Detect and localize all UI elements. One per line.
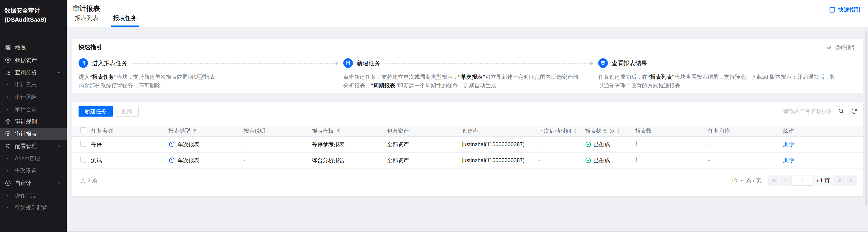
creator: justinzhai(110000000387) bbox=[462, 157, 525, 163]
search-input[interactable] bbox=[780, 108, 835, 114]
sidebar-item-audit-reports[interactable]: 审计报表 bbox=[0, 128, 67, 140]
horizontal-scrollbar[interactable] bbox=[67, 231, 868, 232]
sort-icon[interactable] bbox=[573, 128, 577, 134]
check-circle-icon bbox=[5, 180, 11, 186]
report-template: 等保参考报表 bbox=[312, 141, 345, 147]
sidebar-item-label: 概览 bbox=[15, 44, 26, 52]
single-report-hexagon-icon bbox=[168, 141, 175, 148]
sidebar-item-config-management[interactable]: 配置管理 bbox=[0, 140, 67, 152]
row-checkbox[interactable] bbox=[80, 157, 86, 163]
page-number-input[interactable]: 1 bbox=[792, 176, 812, 185]
create-task-button[interactable]: 新建任务 bbox=[79, 106, 113, 117]
quick-guide-link[interactable]: 快速指引 bbox=[829, 6, 861, 13]
success-check-icon bbox=[585, 157, 591, 164]
sidebar-item-alert-settings[interactable]: 告警设置 bbox=[0, 165, 67, 177]
guide-step-2: 新建任务 点击新建任务，支持建立单次或周期类型报表，“单次报表”可立即新建一定时… bbox=[343, 58, 598, 90]
report-desc: - bbox=[244, 157, 245, 163]
report-type: 单次报表 bbox=[178, 141, 199, 148]
bullet-dot-icon bbox=[7, 96, 8, 98]
pager: 1 / 1 页 bbox=[768, 176, 857, 185]
app-title-line2: (DSAuditSaaS) bbox=[5, 15, 62, 24]
step3-chart-icon bbox=[598, 58, 608, 68]
filter-icon[interactable] bbox=[192, 128, 197, 134]
delete-row-link[interactable]: 删除 bbox=[783, 157, 794, 163]
prev-page-button[interactable] bbox=[780, 176, 791, 185]
tab-report-tasks[interactable]: 报表任务 bbox=[111, 14, 138, 27]
search-icon[interactable] bbox=[835, 108, 847, 115]
hide-guide-button[interactable]: 隐藏指引 bbox=[826, 44, 857, 51]
sidebar-menu: 概览 数据资产 查询分析 审计日志 审计风险 审计会话 bbox=[0, 29, 67, 214]
refresh-icon[interactable] bbox=[850, 108, 858, 115]
sidebar-item-audit-risks[interactable]: 审计风险 bbox=[0, 91, 67, 103]
chevron-up-icon[interactable] bbox=[57, 70, 62, 75]
report-count-link[interactable]: 1 bbox=[635, 157, 638, 163]
included-assets: 全部资产 bbox=[387, 141, 409, 147]
sidebar-item-audit-sessions[interactable]: 审计会话 bbox=[0, 103, 67, 115]
task-toggle: - bbox=[708, 157, 710, 163]
main-area: 审计报表 报表列表 报表任务 快速指引 快速指引 隐藏指引 bbox=[67, 0, 868, 232]
step2-title: 新建任务 bbox=[357, 59, 380, 67]
chevron-up-icon[interactable] bbox=[57, 180, 62, 185]
bullet-dot-icon bbox=[7, 158, 8, 159]
app-title-line1: 数据安全审计 bbox=[5, 6, 62, 15]
sidebar-item-agent-management[interactable]: Agent管理 bbox=[0, 152, 67, 165]
select-all-checkbox[interactable] bbox=[80, 127, 86, 133]
report-type: 单次报表 bbox=[178, 157, 199, 164]
next-page-button[interactable] bbox=[834, 176, 845, 185]
dashed-arrow-icon bbox=[132, 63, 337, 64]
col-actions: 操作 bbox=[783, 128, 794, 134]
report-board-icon bbox=[5, 130, 11, 137]
status-badge: 已生成 bbox=[593, 141, 610, 148]
report-desc: - bbox=[244, 141, 245, 147]
search-box bbox=[780, 106, 847, 116]
step3-title: 查看报表结果 bbox=[612, 59, 647, 67]
single-report-hexagon-icon bbox=[168, 157, 175, 164]
sidebar-item-overview[interactable]: 概览 bbox=[0, 42, 67, 54]
sidebar-item-self-audit[interactable]: 自审计 bbox=[0, 177, 67, 189]
next-start-time: - bbox=[538, 157, 540, 163]
table-row: 等保 单次报表 - 等保参考报表 全部资产 justinzhai(1100000… bbox=[72, 136, 863, 152]
sidebar-item-label: 审计日志 bbox=[15, 81, 37, 88]
delete-row-link[interactable]: 删除 bbox=[783, 141, 794, 147]
table-footer: 共 2 条 10 条 / 页 1 / 1 页 bbox=[72, 169, 863, 194]
hide-guide-label: 隐藏指引 bbox=[835, 44, 857, 51]
col-task-toggle: 任务启停 bbox=[708, 128, 730, 134]
total-count: 共 2 条 bbox=[80, 177, 97, 184]
content: 快速指引 隐藏指引 进入报表任务 bbox=[67, 27, 868, 196]
sort-icon[interactable] bbox=[616, 128, 621, 134]
sidebar-item-label: 操作日志 bbox=[15, 192, 37, 199]
col-task-name: 任务名称 bbox=[91, 128, 113, 134]
col-report-desc: 报表说明 bbox=[244, 128, 266, 134]
filter-icon[interactable] bbox=[336, 128, 341, 134]
sidebar-item-behavior-rule-config[interactable]: 行为规则配置 bbox=[0, 202, 67, 214]
sidebar-item-data-assets[interactable]: 数据资产 bbox=[0, 54, 67, 66]
tab-report-list[interactable]: 报表列表 bbox=[73, 14, 100, 27]
sidebar-item-label: 查询分析 bbox=[15, 69, 37, 76]
col-report-count: 报表数 bbox=[635, 128, 652, 134]
doc-search-icon bbox=[5, 69, 11, 76]
caret-down-icon bbox=[740, 179, 743, 182]
report-count-link[interactable]: 1 bbox=[635, 141, 638, 147]
chevron-up-icon[interactable] bbox=[57, 144, 62, 149]
bullet-dot-icon bbox=[7, 170, 8, 171]
page-size-select[interactable]: 10 条 / 页 bbox=[731, 177, 762, 184]
sidebar-item-label: 配置管理 bbox=[15, 143, 37, 150]
guide-title: 快速指引 bbox=[79, 43, 102, 51]
sidebar-item-query-analysis[interactable]: 查询分析 bbox=[0, 66, 67, 79]
last-page-button[interactable] bbox=[846, 176, 857, 185]
sidebar-item-audit-logs[interactable]: 审计日志 bbox=[0, 79, 67, 91]
dashed-arrow-icon bbox=[385, 63, 592, 64]
vertical-scrollbar[interactable] bbox=[866, 31, 867, 206]
sidebar-item-audit-rules[interactable]: 审计规则 bbox=[0, 115, 67, 128]
success-check-icon bbox=[585, 141, 591, 148]
row-checkbox[interactable] bbox=[80, 141, 86, 147]
col-creator: 创建者 bbox=[462, 128, 478, 134]
step2-doc-icon bbox=[343, 58, 353, 68]
first-page-button[interactable] bbox=[768, 176, 779, 185]
info-icon[interactable] bbox=[609, 128, 614, 134]
bullet-dot-icon bbox=[7, 84, 8, 85]
bullet-dot-icon bbox=[7, 195, 8, 196]
sidebar-item-operation-logs[interactable]: 操作日志 bbox=[0, 189, 67, 202]
delete-button[interactable]: 删除 bbox=[116, 106, 138, 117]
step1-description: 进入“报表任务”模块，支持新建单次报表或周期类型报表内含部分系统预置任务（不可删… bbox=[79, 72, 343, 90]
